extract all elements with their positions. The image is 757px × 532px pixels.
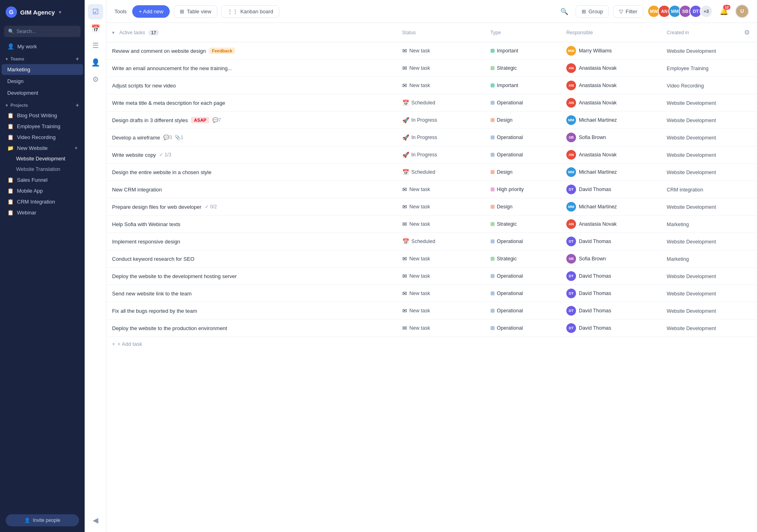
responsible-name: David Thomas [579, 308, 611, 314]
task-name-cell: New CRM integration [112, 187, 391, 193]
type-dot [491, 153, 495, 157]
type-label: Operational [497, 308, 523, 314]
task-name[interactable]: Develop a wireframe [112, 135, 160, 141]
table-row: Design drafts in 3 different stylesASAP💬… [106, 112, 757, 129]
icon-sidebar-settings[interactable]: ⚙ [88, 72, 103, 87]
sidebar-item-marketing[interactable]: Marketing [2, 64, 83, 75]
type-dot [491, 205, 495, 209]
task-name[interactable]: Implement responsive design [112, 239, 180, 245]
task-name[interactable]: Fix all the bugs reported by the team [112, 308, 197, 314]
invite-icon: 👤 [24, 517, 30, 523]
type-dot [491, 239, 495, 243]
sidebar-subitem-website-trans[interactable]: Website Translation [2, 164, 83, 174]
sidebar-item-sales[interactable]: 📋 Sales Funnel [2, 175, 83, 185]
notifications-button[interactable]: 🔔 12 [717, 4, 731, 19]
sidebar-item-mywork[interactable]: 👤 My work [2, 41, 83, 52]
task-name[interactable]: Conduct keyword research for SEO [112, 256, 194, 262]
task-name[interactable]: Deploy the website to the production env… [112, 325, 227, 331]
sidebar-item-mobile[interactable]: 📋 Mobile App [2, 186, 83, 196]
task-name-cell: Write an email announcement for the new … [112, 65, 391, 71]
type-label: Strategic [497, 221, 517, 227]
task-name[interactable]: Write meta title & meta description for … [112, 100, 225, 106]
responsible-name: Anastasia Novak [579, 152, 617, 158]
status-icon: ✉ [402, 82, 407, 89]
person-icon: 👤 [91, 58, 100, 67]
task-name-td: Review and comment on website designFeed… [106, 42, 397, 60]
type-dot [491, 326, 495, 330]
responsible-avatar: MW [566, 46, 576, 56]
sidebar-item-video[interactable]: 📋 Video Recording [2, 132, 83, 142]
responsible-avatar: SB [566, 254, 576, 264]
task-name[interactable]: Send new website link to the team [112, 291, 191, 297]
user-avatar[interactable]: U [735, 4, 749, 18]
group-button[interactable]: ⊞ Group [576, 5, 609, 18]
table-view-button[interactable]: ⊞ Table view [174, 5, 217, 18]
icon-sidebar-list[interactable]: ☰ [88, 38, 103, 53]
sidebar-item-webinar[interactable]: 📋 Webinar [2, 208, 83, 218]
task-name[interactable]: Adjust scripts for new video [112, 83, 176, 89]
status-td: 📅 Scheduled [397, 233, 485, 250]
type-td: Operational [485, 302, 561, 320]
table-row: Implement responsive design 📅 Scheduled … [106, 233, 757, 250]
responsible-name: Sofia Brown [579, 256, 606, 262]
add-new-button[interactable]: + Add new [132, 5, 170, 18]
invite-people-button[interactable]: 👤 Invite people [6, 514, 79, 526]
check-badge: ✓ 0/2 [205, 204, 217, 210]
status-icon: 🚀 [402, 117, 409, 123]
avatar-more[interactable]: +3 [700, 5, 713, 18]
created-in-cell: Marketing [667, 222, 689, 227]
row-actions-td [737, 233, 757, 250]
responsible-avatar: MM [566, 115, 576, 125]
status-icon: 📅 [402, 238, 409, 245]
responsible-avatar: DT [566, 323, 576, 333]
icon-sidebar-check[interactable]: ☑ [88, 4, 103, 19]
responsible-avatar: MM [566, 202, 576, 212]
sidebar-item-development[interactable]: Development [2, 87, 83, 98]
task-name[interactable]: Deploy the website to the development ho… [112, 273, 237, 279]
toolbar: Tools + Add new ⊞ Table view ⋮⋮ Kanban b… [106, 0, 757, 23]
task-name[interactable]: Write website copy [112, 152, 156, 158]
add-team-button[interactable]: + [76, 56, 79, 62]
task-name[interactable]: Design the entire website in a chosen st… [112, 169, 211, 175]
task-name-td: Prepare design files for web developer✓ … [106, 198, 397, 216]
type-dot [491, 83, 495, 87]
filter-button[interactable]: ▽ Filter [613, 5, 643, 18]
add-project-button[interactable]: + [76, 102, 79, 108]
task-name[interactable]: Review and comment on website design [112, 48, 206, 54]
created-in-cell: Website Development [667, 204, 716, 210]
status-text: Scheduled [412, 239, 435, 244]
type-dot [491, 222, 495, 226]
responsible-cell: AN Anastasia Novak [566, 98, 655, 108]
app-logo[interactable]: G GIM Agency ▾ [0, 0, 85, 24]
sidebar-item-design[interactable]: Design [2, 76, 83, 87]
task-name[interactable]: New CRM integration [112, 187, 162, 193]
section-toggle[interactable]: ▾ [112, 30, 114, 35]
task-name[interactable]: Design drafts in 3 different styles [112, 117, 188, 123]
status-td: ✉ New task [397, 77, 485, 94]
table-row: Write an email announcement for the new … [106, 60, 757, 77]
kanban-board-button[interactable]: ⋮⋮ Kanban board [221, 5, 279, 18]
created-in-td: Video Recording [661, 77, 737, 94]
created-in-td: Website Development [661, 112, 737, 129]
responsible-avatar: AN [566, 150, 576, 160]
icon-sidebar-calendar[interactable]: 📅 [88, 21, 103, 36]
search-input[interactable]: 🔍 Search... [4, 26, 81, 37]
sidebar-subitem-website-dev[interactable]: Website Development [2, 154, 83, 164]
sidebar-item-crm[interactable]: 📋 CRM Integration [2, 197, 83, 207]
search-button[interactable]: 🔍 [557, 4, 572, 19]
table-row: Send new website link to the team ✉ New … [106, 285, 757, 302]
type-td: Operational [485, 94, 561, 112]
type-cell: Operational [491, 291, 555, 296]
task-name[interactable]: Help Sofia with Webinar texts [112, 221, 181, 227]
task-name[interactable]: Prepare design files for web developer [112, 204, 202, 210]
icon-sidebar-collapse[interactable]: ◀ [88, 513, 103, 528]
sidebar-item-blog[interactable]: 📋 Blog Post Writing [2, 110, 83, 121]
sidebar-item-new-website[interactable]: 📁 New Website ▾ [2, 143, 83, 153]
task-name[interactable]: Write an email announcement for the new … [112, 65, 232, 71]
created-in-td: Website Development [661, 164, 737, 181]
icon-sidebar-person[interactable]: 👤 [88, 55, 103, 70]
sidebar-item-employee[interactable]: 📋 Employee Training [2, 121, 83, 131]
created-in-cell: Website Development [667, 326, 716, 331]
add-task-button[interactable]: + + Add task [112, 341, 142, 347]
table-settings-button[interactable]: ⚙ [742, 27, 751, 38]
